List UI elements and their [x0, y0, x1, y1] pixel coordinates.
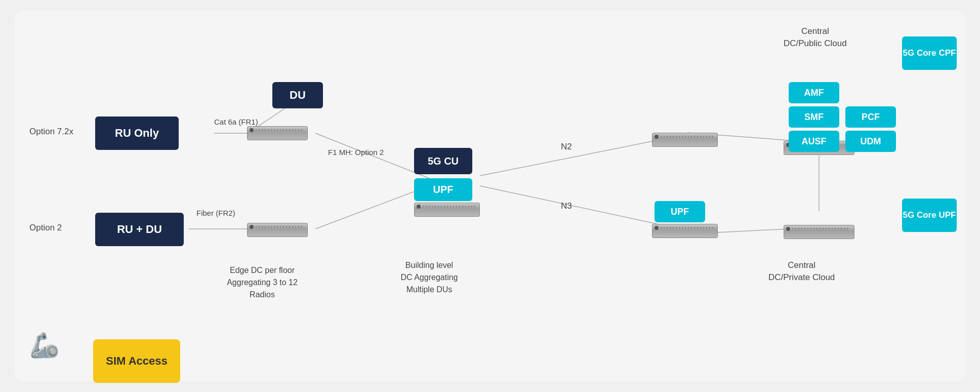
main-diagram: Option 7.2x Option 2 RU Only RU + DU DU … [14, 11, 966, 381]
ru-only-box: RU Only [95, 116, 179, 150]
cat6a-label: Cat 6a (FR1) [214, 117, 258, 126]
building-dc-label: Building levelDC AggregatingMultiple DUs [379, 259, 480, 296]
pcf-box: PCF [845, 106, 896, 128]
central-public-label: CentralDC/Public Cloud [784, 25, 847, 50]
robot-arm-icon: 🦾 [29, 331, 60, 360]
cu-5g-box: 5G CU [414, 148, 472, 174]
ru-du-box: RU + DU [95, 213, 184, 246]
sim-access-box: SIM Access [93, 339, 180, 383]
option-72x-label: Option 7.2x [29, 127, 73, 137]
server-rack-1 [247, 126, 308, 140]
du-box: DU [272, 82, 323, 108]
f1-mh-label: F1 MH: Option 2 [328, 148, 384, 156]
ausf-box: AUSF [789, 131, 839, 152]
server-rack-center [414, 203, 480, 217]
fiber-label: Fiber (FR2) [196, 209, 235, 217]
server-rack-2 [247, 223, 308, 237]
option-2-label: Option 2 [29, 223, 62, 233]
central-private-label: CentralDC/Private Cloud [768, 259, 835, 284]
smf-box: SMF [789, 106, 839, 128]
server-rack-private [784, 225, 854, 239]
connection-lines [14, 11, 966, 381]
core-upf-box: 5G Core UPF [902, 199, 957, 232]
amf-box: AMF [789, 82, 839, 103]
svg-line-4 [315, 186, 429, 229]
server-rack-right-top [652, 133, 718, 147]
udm-box: UDM [845, 131, 896, 152]
server-rack-right-bottom [652, 224, 718, 238]
core-cpf-box: 5G Core CPF [902, 36, 957, 70]
edge-dc-label: Edge DC per floorAggregating 3 to 12Radi… [212, 264, 313, 301]
upf2-box: UPF [655, 201, 705, 222]
n3-label: N3 [561, 201, 572, 211]
upf-box: UPF [414, 178, 472, 201]
n2-label: N2 [561, 142, 572, 152]
